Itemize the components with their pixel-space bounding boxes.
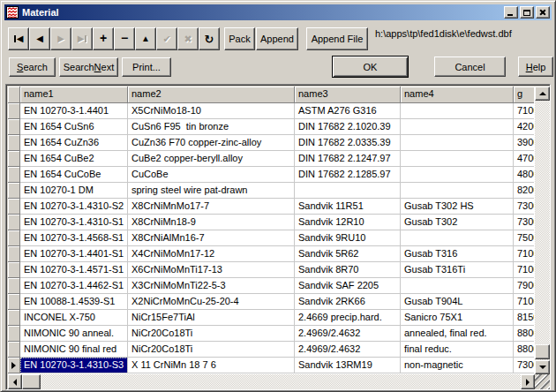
- cell-name2[interactable]: CuSn6 F95 tin bronze: [128, 119, 295, 135]
- cell-g[interactable]: 7500: [514, 230, 534, 246]
- cell-name2[interactable]: X3CrNiMoMnTi22-5-3: [128, 278, 295, 294]
- table-row[interactable]: EN 10270-3-1.4310-S1X8CrNiMn18-9Sandvik …: [8, 215, 535, 230]
- table-row[interactable]: INCONEL X-750NiCr15Fe7TiAl2.4669 precip.…: [8, 310, 535, 326]
- table-row[interactable]: EN 10270-3-1.4568-S1X8CrNiAlMn16-7Sandvi…: [8, 230, 535, 246]
- cell-name1[interactable]: EN 10270-3-1.4401: [20, 103, 128, 119]
- cell-g[interactable]: 7900: [514, 278, 534, 294]
- scroll-right-button[interactable]: [521, 374, 535, 389]
- cell-name2[interactable]: X6CrNiMoMnTi17-13: [128, 262, 295, 278]
- first-record-button[interactable]: ◀: [8, 27, 29, 50]
- cell-name2[interactable]: X5CrNiMo18-10: [128, 103, 295, 119]
- resize-grip[interactable]: [535, 374, 550, 389]
- cell-name2[interactable]: NiCr15Fe7TiAl: [128, 310, 295, 326]
- cell-name4[interactable]: [401, 119, 514, 135]
- cell-name1[interactable]: EN 10270-3-1.4310-S3: [20, 358, 128, 373]
- cell-name3[interactable]: [295, 183, 401, 199]
- table-row[interactable]: EN 1654 CuCoBeCuCoBeDIN 17682 2.1285.974…: [8, 167, 535, 183]
- cell-name2[interactable]: X 11 CrNiMn 18 7 6: [128, 358, 295, 373]
- cell-name1[interactable]: EN 10088-1.4539-S1: [20, 294, 128, 310]
- minimize-button[interactable]: [504, 6, 518, 19]
- cell-name3[interactable]: 2.4969/2.4632: [295, 342, 401, 358]
- delete-record-button[interactable]: −: [114, 27, 135, 50]
- table-row[interactable]: NIMONIC 90 final redNiCr20Co18Ti2.4969/2…: [8, 342, 535, 358]
- cell-g[interactable]: 4200: [514, 119, 534, 135]
- column-header-name4[interactable]: name4: [401, 87, 514, 103]
- cell-name2[interactable]: NiCr20Co18Ti: [128, 342, 295, 358]
- cell-name3[interactable]: DIN 17682 2.1247.97: [295, 151, 401, 167]
- cell-name3[interactable]: DIN 17682 2.1285.97: [295, 167, 401, 183]
- edit-record-button[interactable]: ▲: [135, 27, 156, 50]
- cell-name4[interactable]: [401, 103, 514, 119]
- cell-g[interactable]: 7100: [514, 103, 534, 119]
- search-button[interactable]: Search: [9, 57, 56, 77]
- cell-g[interactable]: 8200: [514, 183, 534, 199]
- cell-name1[interactable]: EN 10270-3-1.4571-S1: [20, 262, 128, 278]
- cell-name1[interactable]: EN 10270-3-1.4310-S1: [20, 215, 128, 230]
- cell-name1[interactable]: EN 1654 CuSn6: [20, 119, 128, 135]
- prior-record-button[interactable]: ◀: [29, 27, 50, 50]
- cell-g[interactable]: 4700: [514, 151, 534, 167]
- cell-name4[interactable]: Gusab T316Ti: [401, 262, 514, 278]
- cell-name3[interactable]: Sandvik 13RM19: [295, 358, 401, 373]
- titlebar[interactable]: Material: [4, 4, 552, 20]
- cell-name2[interactable]: spring steel wire pat-drawn: [128, 183, 295, 199]
- cell-g[interactable]: 4800: [514, 167, 534, 183]
- cell-name3[interactable]: Sandvik 2RK66: [295, 294, 401, 310]
- cell-name4[interactable]: Gusab T904L: [401, 294, 514, 310]
- scroll-left-button[interactable]: [8, 374, 22, 389]
- cell-name3[interactable]: DIN 17682 2.1020.39: [295, 119, 401, 135]
- cell-name1[interactable]: EN 10270-3-1.4310-S2: [20, 199, 128, 215]
- cell-name3[interactable]: Sandvik 5R62: [295, 246, 401, 262]
- append-file-button[interactable]: Append File: [306, 27, 368, 50]
- cell-name4[interactable]: Gusab T302: [401, 215, 514, 230]
- cell-name4[interactable]: [401, 278, 514, 294]
- vertical-scrollbar[interactable]: [535, 87, 550, 374]
- cell-name4[interactable]: [401, 135, 514, 151]
- cell-name2[interactable]: NiCr20Co18Ti: [128, 326, 295, 342]
- cell-name4[interactable]: non-magnetic: [401, 358, 514, 373]
- table-row[interactable]: EN 10270-3-1.4401X5CrNiMo18-10ASTM A276 …: [8, 103, 535, 119]
- horizontal-scroll-thumb[interactable]: [22, 374, 41, 389]
- cell-name3[interactable]: Sandvik 12R10: [295, 215, 401, 230]
- cell-name2[interactable]: CuBe2 copper-beryll.alloy: [128, 151, 295, 167]
- cell-name3[interactable]: 2.4669 precip.hard.: [295, 310, 401, 326]
- column-header-name3[interactable]: name3: [295, 87, 401, 103]
- cell-name2[interactable]: X4CrNiMoMn17-12: [128, 246, 295, 262]
- cell-name4[interactable]: [401, 183, 514, 199]
- cell-name3[interactable]: Sandvik SAF 2205: [295, 278, 401, 294]
- cell-name2[interactable]: X8CrNiMnMo17-7: [128, 199, 295, 215]
- cell-name3[interactable]: DIN 17682 2.0335.39: [295, 135, 401, 151]
- cell-name4[interactable]: [401, 230, 514, 246]
- cell-name1[interactable]: EN 10270-1 DM: [20, 183, 128, 199]
- help-button[interactable]: Help: [518, 57, 553, 77]
- table-row[interactable]: EN 10270-3-1.4401-S1X4CrNiMoMn17-12Sandv…: [8, 246, 535, 262]
- table-row[interactable]: EN 10270-3-1.4462-S1X3CrNiMoMnTi22-5-3Sa…: [8, 278, 535, 294]
- cell-g[interactable]: 8800: [514, 326, 534, 342]
- table-row[interactable]: NIMONIC 90 anneal.NiCr20Co18Ti2.4969/2.4…: [8, 326, 535, 342]
- cell-name4[interactable]: [401, 151, 514, 167]
- column-header-g[interactable]: g: [514, 87, 534, 103]
- cell-name4[interactable]: Sanicro 75X1: [401, 310, 514, 326]
- cell-name1[interactable]: NIMONIC 90 anneal.: [20, 326, 128, 342]
- table-row[interactable]: EN 10270-1 DMspring steel wire pat-drawn…: [8, 183, 535, 199]
- cell-name1[interactable]: EN 10270-3-1.4568-S1: [20, 230, 128, 246]
- cell-name4[interactable]: final reduc.: [401, 342, 514, 358]
- column-header-name1[interactable]: name1: [20, 87, 128, 103]
- ok-button[interactable]: OK: [332, 56, 409, 78]
- cell-name2[interactable]: X8CrNiAlMn16-7: [128, 230, 295, 246]
- cell-name2[interactable]: CuCoBe: [128, 167, 295, 183]
- cell-g[interactable]: 7100: [514, 246, 534, 262]
- vertical-scroll-thumb[interactable]: [535, 344, 550, 359]
- cell-g[interactable]: 3900: [514, 135, 534, 151]
- cell-g[interactable]: 7100: [514, 294, 534, 310]
- cell-g[interactable]: 7300: [514, 199, 534, 215]
- cell-g[interactable]: 7100: [514, 262, 534, 278]
- cell-name3[interactable]: ASTM A276 G316: [295, 103, 401, 119]
- table-row[interactable]: EN 1654 CuSn6CuSn6 F95 tin bronzeDIN 176…: [8, 119, 535, 135]
- print-button[interactable]: Print...: [122, 57, 171, 77]
- table-row[interactable]: EN 10270-3-1.4310-S3X 11 CrNiMn 18 7 6Sa…: [8, 358, 535, 373]
- refresh-record-button[interactable]: ↻: [199, 27, 220, 50]
- cell-name2[interactable]: CuZn36 F70 copper-zinc-alloy: [128, 135, 295, 151]
- cell-name1[interactable]: EN 10270-3-1.4462-S1: [20, 278, 128, 294]
- cell-name1[interactable]: NIMONIC 90 final red: [20, 342, 128, 358]
